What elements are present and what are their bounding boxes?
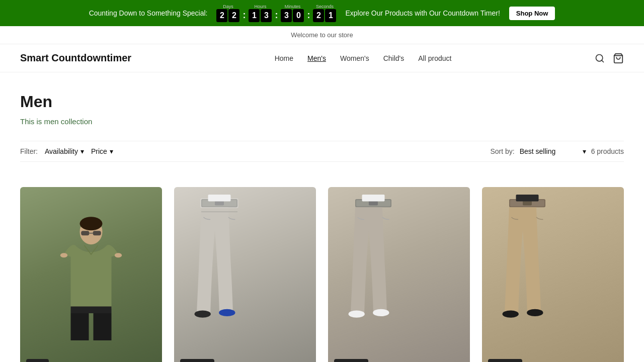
- product-card-2[interactable]: Sold out Men's Rinse Sky Skinny Paint Rs…: [174, 187, 316, 362]
- nav-item-mens[interactable]: Men's: [307, 54, 326, 63]
- nav-link-home[interactable]: Home: [275, 54, 293, 62]
- svg-point-8: [60, 253, 67, 257]
- product-image-wrapper-2: Sold out: [174, 187, 316, 362]
- page-title: Men: [20, 93, 624, 111]
- cart-button[interactable]: [613, 53, 624, 64]
- svg-point-16: [195, 310, 211, 317]
- header: Smart Countdowntimer Home Men's Women's …: [0, 44, 644, 72]
- sort-select-wrapper[interactable]: Best selling Price: Low to High Price: H…: [520, 147, 586, 155]
- sort-by-label: Sort by:: [490, 147, 514, 155]
- timer-days-group: Days 2 2: [216, 4, 239, 22]
- product-image-brown-pants: [482, 187, 624, 362]
- product-card-1[interactable]: Sale Casual Green Color Shirt: [20, 187, 162, 362]
- sort-select[interactable]: Best selling Price: Low to High Price: H…: [520, 147, 586, 155]
- filter-label: Filter:: [20, 147, 38, 155]
- minutes-digit-2: 0: [293, 9, 304, 22]
- timer-sep-1: :: [243, 6, 246, 21]
- products-grid: Sale Casual Green Color Shirt: [0, 187, 644, 362]
- nav-item-womens[interactable]: Women's: [340, 54, 369, 63]
- nav-link-womens[interactable]: Women's: [340, 54, 369, 62]
- pants-figure-sky: [174, 192, 265, 333]
- product-badge-2: Sold out: [180, 359, 214, 362]
- days-label: Days: [223, 4, 233, 9]
- svg-point-24: [349, 310, 365, 317]
- timer-seconds-group: Seconds 2 1: [313, 4, 336, 22]
- product-badge-3: Sold out: [334, 359, 368, 362]
- days-digit-1: 2: [216, 9, 227, 22]
- availability-filter[interactable]: Availability ▾: [45, 147, 84, 155]
- nav-item-all-product[interactable]: All product: [418, 54, 451, 63]
- filter-bar: Filter: Availability ▾ Price ▾ Sort by: …: [20, 141, 624, 162]
- filter-left: Filter: Availability ▾ Price ▾: [20, 147, 113, 155]
- days-digits: 2 2: [216, 9, 239, 22]
- products-count: 6 products: [591, 147, 624, 155]
- nav-link-childs[interactable]: Child's: [383, 54, 405, 62]
- product-image-wrapper-3: Sold out: [328, 187, 470, 362]
- availability-chevron-icon: ▾: [80, 147, 84, 155]
- svg-rect-29: [523, 201, 532, 206]
- logo[interactable]: Smart Countdowntimer: [20, 52, 131, 64]
- product-badge-1: Sale: [26, 359, 49, 362]
- hours-digits: 1 3: [249, 9, 272, 22]
- seconds-label: Seconds: [316, 4, 334, 9]
- svg-rect-11: [71, 313, 89, 340]
- page-description: This is men collection: [20, 117, 624, 126]
- svg-rect-20: [208, 195, 231, 202]
- timer-hours-group: Hours 1 3: [249, 4, 272, 22]
- seconds-digit-1: 2: [313, 9, 324, 22]
- product-badge-4: Sold out: [488, 359, 522, 362]
- seconds-digits: 2 1: [313, 9, 336, 22]
- svg-point-4: [80, 217, 103, 230]
- search-button[interactable]: [595, 53, 605, 63]
- countdown-timer: Days 2 2 : Hours 1 3 : Minutes 3 0 : Sec…: [216, 4, 336, 22]
- minutes-label: Minutes: [285, 4, 301, 9]
- countdown-prefix-text: Counting Down to Something Special:: [89, 9, 208, 17]
- svg-rect-6: [93, 231, 101, 235]
- timer-sep-2: :: [275, 6, 278, 21]
- svg-rect-26: [362, 195, 385, 202]
- page-content: Men This is men collection Filter: Avail…: [0, 72, 644, 187]
- countdown-suffix-text: Explore Our Products with Our Countdown …: [345, 9, 500, 17]
- product-image-gray-pants: [328, 187, 470, 362]
- hours-label: Hours: [254, 4, 266, 9]
- pants-figure-brown: [482, 192, 573, 333]
- svg-rect-10: [71, 307, 112, 314]
- availability-label: Availability: [45, 147, 78, 155]
- shop-now-button[interactable]: Shop Now: [509, 7, 555, 20]
- product-image-wrapper-4: Sold out: [482, 187, 624, 362]
- svg-rect-5: [81, 231, 89, 235]
- svg-rect-12: [94, 313, 112, 340]
- product-card-4[interactable]: Sold out Men's Rinse Brown Skinny Paint …: [482, 187, 624, 362]
- days-digit-2: 2: [228, 9, 239, 22]
- header-icons: [595, 53, 624, 64]
- search-icon: [595, 53, 605, 63]
- timer-minutes-group: Minutes 3 0: [281, 4, 304, 22]
- svg-rect-23: [369, 201, 378, 206]
- svg-point-25: [373, 309, 389, 316]
- seconds-digit-2: 1: [325, 9, 336, 22]
- price-filter[interactable]: Price ▾: [91, 147, 113, 155]
- hours-digit-2: 3: [261, 9, 272, 22]
- svg-point-31: [527, 309, 543, 316]
- pants-figure-gray: [328, 192, 419, 333]
- welcome-bar: Welcome to our store: [0, 26, 644, 44]
- filter-right: Sort by: Best selling Price: Low to High…: [490, 147, 624, 155]
- minutes-digit-1: 3: [281, 9, 292, 22]
- product-image-sky-pants: [174, 187, 316, 362]
- product-image-wrapper-1: Sale: [20, 187, 162, 362]
- svg-point-9: [115, 253, 122, 257]
- svg-point-30: [503, 310, 519, 317]
- shirt-figure: [46, 216, 136, 347]
- nav-link-all-product[interactable]: All product: [418, 54, 451, 62]
- minutes-digits: 3 0: [281, 9, 304, 22]
- nav-item-home[interactable]: Home: [275, 54, 293, 63]
- timer-sep-3: :: [307, 6, 310, 21]
- product-card-3[interactable]: Sold out Men's Rinse Gray Skinny Paint R…: [328, 187, 470, 362]
- price-chevron-icon: ▾: [110, 147, 113, 155]
- svg-line-1: [602, 60, 604, 62]
- cart-icon: [613, 53, 624, 64]
- nav-link-mens[interactable]: Men's: [307, 54, 326, 62]
- nav-item-childs[interactable]: Child's: [383, 54, 405, 63]
- countdown-banner: Counting Down to Something Special: Days…: [0, 0, 644, 26]
- svg-rect-32: [516, 195, 539, 202]
